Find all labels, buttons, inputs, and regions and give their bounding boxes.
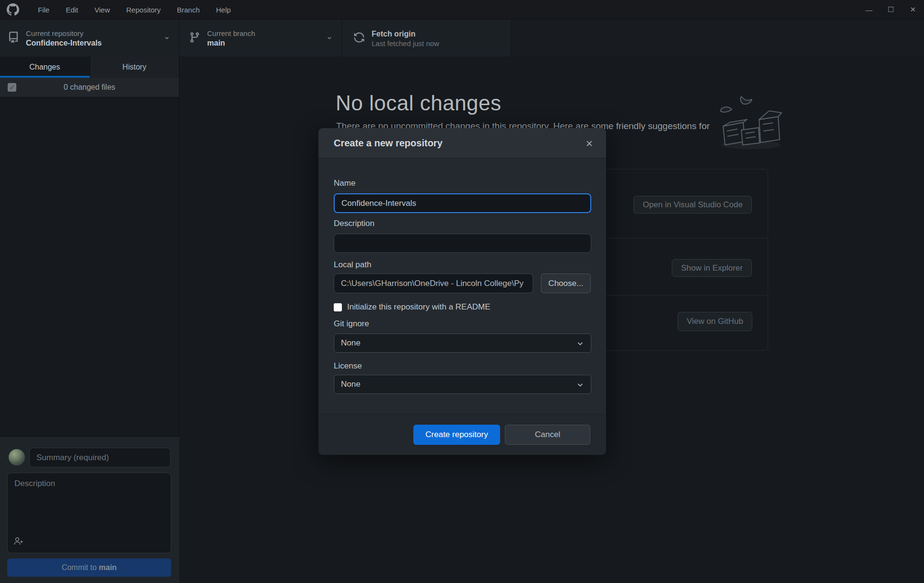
current-branch-label: Current branch [207,29,255,38]
choose-path-button[interactable]: Choose... [541,274,591,293]
menu-view[interactable]: View [86,0,118,20]
current-branch-button[interactable]: Current branch main [179,20,342,57]
commit-summary-input[interactable] [29,448,171,467]
cancel-button[interactable]: Cancel [505,425,590,445]
commit-description-input[interactable]: Description [7,473,171,553]
dialog-title: Create a new repository [334,138,443,149]
license-label: License [334,361,362,371]
minimize-button[interactable]: — [858,0,880,20]
changed-files-count: 0 changed files [0,83,179,92]
title-bar: File Edit View Repository Branch Help — … [0,0,924,20]
license-select[interactable]: None [334,375,591,394]
maximize-button[interactable]: ☐ [880,0,902,20]
fetch-origin-status: Last fetched just now [372,39,439,48]
current-repository-button[interactable]: Current repository Confidence-Intervals [0,20,179,57]
sidebar-tabs: Changes History [0,57,179,78]
menu-branch[interactable]: Branch [169,0,208,20]
toolbar: Current repository Confidence-Intervals … [0,20,924,57]
commit-panel: Description Commit to main [0,436,179,583]
github-logo-icon [7,3,19,16]
fetch-origin-button[interactable]: Fetch origin Last fetched just now [342,20,511,57]
current-repository-label: Current repository [26,29,102,38]
create-repository-button[interactable]: Create repository [413,425,500,445]
view-on-github-button[interactable]: View on GitHub [678,312,752,331]
show-in-explorer-button[interactable]: Show in Explorer [672,259,752,277]
select-all-checkbox[interactable]: ✓ [8,83,16,92]
add-coauthor-icon[interactable] [13,536,24,548]
local-path-label: Local path [334,260,371,270]
local-path-input[interactable] [334,274,533,293]
menu-edit[interactable]: Edit [58,0,86,20]
avatar [9,449,25,465]
page-title: No local changes [336,91,502,115]
changed-files-header: ✓ 0 changed files [0,78,179,97]
readme-checkbox-label: Initialize this repository with a README [347,302,491,312]
chevron-down-icon [326,35,333,43]
git-ignore-label: Git ignore [334,319,369,329]
name-label: Name [334,178,355,188]
dialog-footer: Create repository Cancel [318,414,606,455]
sync-icon [353,32,365,45]
commit-description-placeholder: Description [8,473,171,494]
repo-icon [8,32,19,45]
chevron-down-icon [576,381,584,391]
dialog-close-icon[interactable]: ✕ [583,137,596,150]
menu-help[interactable]: Help [208,0,239,20]
repository-name-input[interactable] [334,193,591,213]
tab-changes[interactable]: Changes [0,57,90,78]
current-branch-value: main [207,38,255,48]
tab-history[interactable]: History [90,57,179,78]
menu-repository[interactable]: Repository [118,0,169,20]
description-label: Description [334,219,374,228]
create-repository-dialog: Create a new repository ✕ Name Descripti… [318,128,606,455]
repository-description-input[interactable] [334,234,591,253]
chevron-down-icon [576,340,584,350]
close-button[interactable]: ✕ [902,0,924,20]
commit-to-main-button[interactable]: Commit to main [7,559,171,577]
readme-checkbox[interactable] [334,303,342,311]
branch-icon [189,32,200,45]
dialog-header: Create a new repository ✕ [318,128,606,158]
menu-file[interactable]: File [30,0,58,20]
open-in-vscode-button[interactable]: Open in Visual Studio Code [633,196,752,214]
current-repository-value: Confidence-Intervals [26,38,102,48]
empty-state-illustration [713,89,790,151]
sidebar: Changes History ✓ 0 changed files Descri… [0,57,179,583]
git-ignore-select[interactable]: None [334,333,591,353]
chevron-down-icon [164,35,170,43]
fetch-origin-label: Fetch origin [372,29,439,39]
readme-checkbox-row: Initialize this repository with a README [334,302,491,312]
